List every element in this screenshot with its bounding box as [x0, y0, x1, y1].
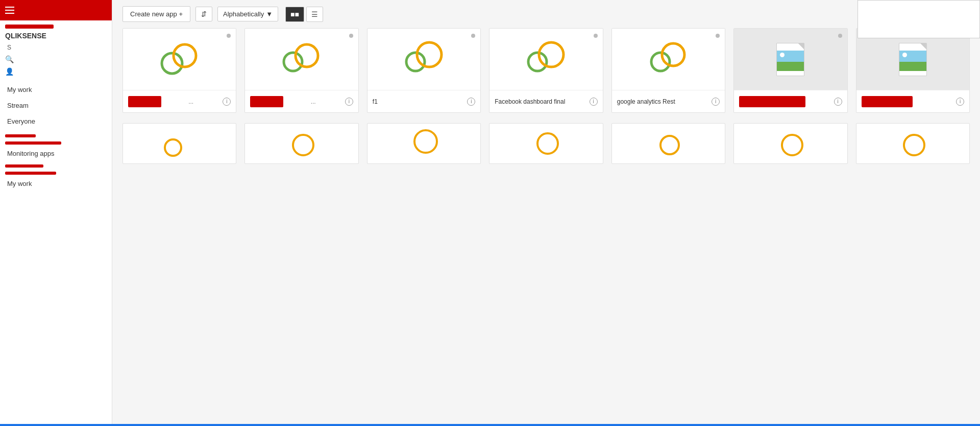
- app-card-partial-5[interactable]: [611, 123, 725, 164]
- app-card-1[interactable]: ... i: [122, 28, 236, 113]
- qlik-circles-svg-2: [279, 40, 325, 79]
- qlik-circles-svg-1: [157, 40, 203, 79]
- app-card-2[interactable]: ... i: [244, 28, 358, 113]
- app-footer-6: i: [734, 90, 847, 112]
- app-footer-7: i: [856, 90, 969, 112]
- doc-icon-6: [776, 43, 804, 76]
- svg-point-8: [651, 53, 670, 71]
- top-right-panel: [857, 0, 980, 38]
- app-name-bar-1: [128, 96, 161, 107]
- sidebar-header: [0, 0, 112, 20]
- app-ellipsis-1[interactable]: ...: [188, 98, 193, 105]
- dot-indicator-4: [594, 34, 598, 38]
- sidebar-monitoring-label: Monitoring apps: [0, 147, 112, 160]
- sidebar-logo-bar: [5, 25, 54, 29]
- app-name-bar-2: [250, 96, 283, 107]
- doc-icon-7: [899, 43, 927, 76]
- app-thumb-3: [368, 29, 480, 90]
- sort-button[interactable]: ⇵: [195, 7, 212, 21]
- sidebar-divider-bar-1: [5, 134, 36, 137]
- sidebar-my-work-section: My work: [0, 177, 112, 188]
- app-thumb-6: [734, 29, 847, 90]
- sidebar-item-stream[interactable]: Stream: [0, 98, 112, 113]
- sort-dropdown-arrow: ▼: [266, 10, 273, 18]
- app-footer-3: f1 i: [368, 90, 480, 112]
- app-card-partial-4[interactable]: [489, 123, 603, 164]
- app-name-bar-7: [862, 96, 913, 107]
- list-view-button[interactable]: ☰: [306, 7, 323, 22]
- qlik-circles-svg-3: [401, 40, 447, 79]
- hamburger-icon[interactable]: [5, 7, 14, 14]
- app-card-partial-2[interactable]: [244, 123, 358, 164]
- qlik-circles-svg-5: [645, 40, 691, 79]
- app-card-partial-3[interactable]: [367, 123, 481, 164]
- sidebar-item-my-work[interactable]: My work: [0, 82, 112, 98]
- qlik-circles-partial-4: [528, 127, 564, 160]
- sidebar-divider-bar-4: [5, 172, 56, 175]
- info-icon-2[interactable]: i: [345, 98, 353, 106]
- sort-dropdown[interactable]: Alphabetically ▼: [217, 7, 278, 21]
- dot-indicator-2: [349, 34, 353, 38]
- main-content: Create new app + ⇵ Alphabetically ▼ ■■ ☰: [112, 0, 980, 426]
- sidebar-divider-bar-2: [5, 141, 61, 145]
- dot-indicator-3: [471, 34, 475, 38]
- user-icon[interactable]: 👤: [5, 67, 107, 76]
- sort-icon: ⇵: [201, 10, 207, 18]
- svg-point-13: [537, 133, 558, 154]
- app-ellipsis-2[interactable]: ...: [311, 98, 316, 105]
- svg-point-10: [165, 139, 181, 156]
- apps-grid-row2: [112, 123, 980, 164]
- toolbar: Create new app + ⇵ Alphabetically ▼ ■■ ☰: [112, 0, 980, 28]
- sidebar-item-everyone[interactable]: Everyone: [0, 113, 112, 129]
- app-label-5: google analytics Rest: [617, 98, 712, 105]
- sidebar: QLIKSENSE S 🔍 👤 My work Stream Everyone …: [0, 0, 112, 426]
- dot-indicator-5: [716, 34, 720, 38]
- app-label-3: f1: [373, 98, 467, 105]
- info-icon-1[interactable]: i: [223, 98, 231, 106]
- app-card-partial-7[interactable]: [856, 123, 970, 164]
- svg-point-12: [414, 130, 437, 153]
- app-card-3[interactable]: f1 i: [367, 28, 481, 113]
- app-footer-4: Facebook dashboard final i: [489, 90, 602, 112]
- view-toggle: ■■ ☰: [285, 7, 323, 22]
- bottom-bar: [0, 424, 980, 426]
- svg-point-4: [406, 53, 425, 71]
- qlik-circles-partial-2: [284, 127, 320, 160]
- app-thumb-1: [123, 29, 236, 90]
- qlik-circles-partial-5: [650, 127, 686, 160]
- app-card-4[interactable]: Facebook dashboard final i: [489, 28, 603, 113]
- app-card-6[interactable]: i: [733, 28, 847, 113]
- qlik-circles-partial-7: [895, 127, 930, 160]
- app-thumb-2: [245, 29, 358, 90]
- sidebar-brand-sub: S: [0, 44, 112, 53]
- sidebar-nav: My work Stream Everyone: [0, 82, 112, 129]
- grid-view-button[interactable]: ■■: [285, 7, 304, 22]
- svg-point-11: [293, 135, 313, 155]
- app-card-5[interactable]: google analytics Rest i: [611, 28, 725, 113]
- apps-grid: ... i ... i: [112, 28, 980, 123]
- app-card-partial-6[interactable]: [733, 123, 847, 164]
- info-icon-4[interactable]: i: [590, 98, 598, 106]
- sort-label: Alphabetically: [223, 10, 264, 18]
- svg-point-2: [284, 53, 302, 71]
- qlik-circles-partial-1: [162, 127, 198, 160]
- app-thumb-4: [489, 29, 602, 90]
- app-thumb-5: [612, 29, 725, 90]
- qlik-circles-svg-4: [523, 40, 569, 79]
- svg-point-15: [782, 135, 802, 155]
- dot-indicator-6: [838, 34, 842, 38]
- info-icon-6[interactable]: i: [834, 98, 842, 106]
- search-icon[interactable]: 🔍: [5, 55, 107, 63]
- svg-point-6: [528, 53, 547, 71]
- dot-indicator-1: [227, 34, 231, 38]
- app-name-bar-6: [739, 96, 805, 107]
- sidebar-brand-name: QLIKSENSE: [0, 30, 112, 44]
- create-new-app-button[interactable]: Create new app +: [122, 6, 190, 22]
- app-card-partial-1[interactable]: [122, 123, 236, 164]
- info-icon-7[interactable]: i: [956, 98, 964, 106]
- sidebar-divider-bar-3: [5, 164, 43, 168]
- info-icon-5[interactable]: i: [712, 98, 720, 106]
- app-label-4: Facebook dashboard final: [495, 98, 589, 105]
- info-icon-3[interactable]: i: [467, 98, 475, 106]
- app-card-7[interactable]: i: [856, 28, 970, 113]
